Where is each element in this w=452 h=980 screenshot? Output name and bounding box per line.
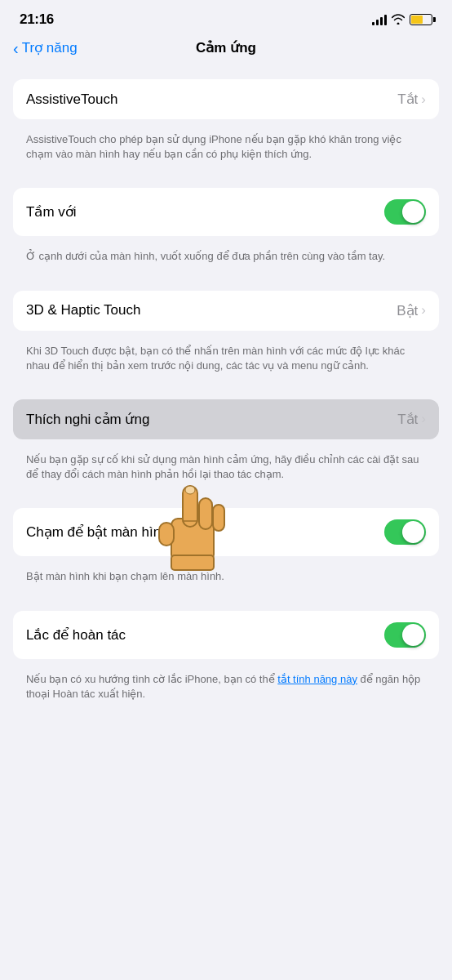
lac-link: tắt tính năng này	[277, 673, 357, 685]
lac-hoan-tac-description: Nếu bạn có xu hướng tình cờ lắc iPhone, …	[13, 666, 439, 711]
content-area: AssistiveTouch Tắt › AssistiveTouch cho …	[0, 66, 452, 711]
cham-bat-card: Chạm để bật màn hình	[13, 508, 439, 556]
3d-haptic-chevron-icon: ›	[421, 302, 426, 318]
assistive-touch-section: AssistiveTouch Tắt › AssistiveTouch cho …	[13, 79, 439, 172]
status-bar: 21:16	[0, 0, 452, 33]
3d-haptic-section: 3D & Haptic Touch Bật › Khi 3D Touch đượ…	[13, 291, 439, 383]
thich-nghi-section: Thích nghi cảm ứng Tắt › Nếu bạn gặp sự …	[13, 399, 439, 492]
3d-haptic-card: 3D & Haptic Touch Bật ›	[13, 291, 439, 331]
assistive-touch-card: AssistiveTouch Tắt ›	[13, 79, 439, 119]
assistive-touch-status: Tắt	[397, 91, 418, 108]
status-time: 21:16	[20, 11, 54, 28]
lac-hoan-tac-toggle-knob	[402, 624, 424, 646]
lac-hoan-tac-card: Lắc để hoàn tác	[13, 611, 439, 659]
assistive-touch-row[interactable]: AssistiveTouch Tắt ›	[13, 79, 439, 119]
lac-hoan-tac-toggle[interactable]	[384, 622, 426, 648]
lac-hoan-tac-section: Lắc để hoàn tác Nếu bạn có xu hướng tình…	[13, 611, 439, 711]
thich-nghi-label: Thích nghi cảm ứng	[26, 411, 149, 428]
nav-back-button[interactable]: ‹ Trợ năng	[13, 39, 78, 56]
assistive-touch-description: AssistiveTouch cho phép bạn sử dụng iPho…	[13, 126, 439, 172]
assistive-touch-chevron-icon: ›	[421, 91, 426, 108]
back-chevron-icon: ‹	[13, 40, 19, 56]
cham-bat-section: Chạm để bật màn hình Bật màn hình khi bạ…	[13, 508, 439, 594]
thich-nghi-description: Nếu bạn gặp sự cố khi sử dụng màn hình c…	[13, 446, 439, 492]
3d-haptic-label: 3D & Haptic Touch	[26, 302, 140, 318]
battery-fill	[411, 16, 423, 24]
tam-voi-section: Tầm với Ở cạnh dưới của màn hình, vuốt x…	[13, 188, 439, 274]
tam-voi-description: Ở cạnh dưới của màn hình, vuốt xuống để …	[13, 243, 439, 274]
thich-nghi-value: Tắt ›	[397, 411, 426, 428]
status-icons	[372, 14, 432, 26]
3d-haptic-status: Bật	[397, 302, 418, 319]
assistive-touch-value: Tắt ›	[397, 91, 426, 108]
3d-haptic-description: Khi 3D Touch được bật, bạn có thể nhấn t…	[13, 337, 439, 383]
tam-voi-toggle[interactable]	[384, 199, 426, 225]
thich-nghi-card: Thích nghi cảm ứng Tắt ›	[13, 399, 439, 439]
cham-bat-toggle[interactable]	[384, 519, 426, 545]
nav-back-label: Trợ năng	[22, 39, 78, 56]
assistive-touch-label: AssistiveTouch	[26, 91, 117, 108]
lac-hoan-tac-label: Lắc để hoàn tác	[26, 626, 126, 644]
cham-bat-label: Chạm để bật màn hình	[26, 523, 169, 541]
tam-voi-label: Tầm với	[26, 203, 77, 220]
tam-voi-toggle-knob	[402, 201, 424, 223]
wifi-icon	[392, 14, 405, 26]
tam-voi-row: Tầm với	[13, 188, 439, 236]
3d-haptic-value: Bật ›	[397, 302, 426, 319]
cham-bat-description: Bật màn hình khi bạn chạm lên màn hình.	[13, 563, 439, 594]
lac-hoan-tac-row: Lắc để hoàn tác	[13, 611, 439, 659]
tam-voi-card: Tầm với	[13, 188, 439, 236]
nav-title: Cảm ứng	[196, 39, 256, 56]
thich-nghi-row[interactable]: Thích nghi cảm ứng Tắt ›	[13, 399, 439, 439]
thich-nghi-chevron-icon: ›	[421, 411, 426, 427]
3d-haptic-row[interactable]: 3D & Haptic Touch Bật ›	[13, 291, 439, 331]
thich-nghi-status: Tắt	[397, 411, 418, 428]
cham-bat-toggle-knob	[402, 521, 424, 543]
nav-bar: ‹ Trợ năng Cảm ứng	[0, 33, 452, 66]
battery-icon	[410, 14, 432, 25]
cham-bat-row: Chạm để bật màn hình	[13, 508, 439, 556]
signal-icon	[372, 14, 387, 25]
